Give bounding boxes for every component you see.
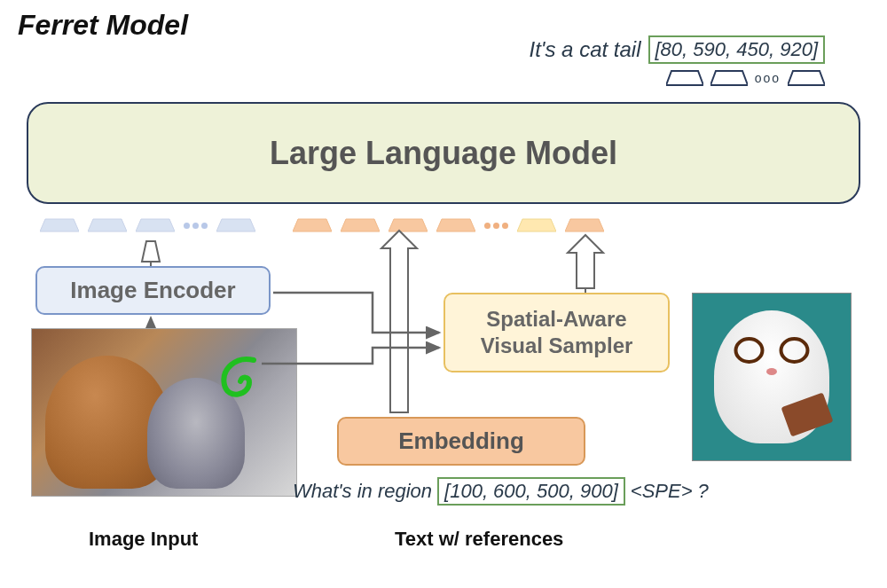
region-scribble-icon — [214, 351, 267, 404]
llm-label: Large Language Model — [270, 135, 617, 172]
token-icon — [136, 217, 175, 233]
visual-sampler-block: Spatial-Aware Visual Sampler — [444, 293, 670, 372]
token-icon — [341, 217, 380, 233]
query-spe-token: <SPE> — [631, 480, 693, 503]
ferret-mascot-image — [692, 293, 852, 461]
sampler-label-line2: Visual Sampler — [481, 333, 633, 359]
svg-marker-2 — [788, 71, 825, 85]
embedding-label: Embedding — [398, 427, 524, 455]
svg-marker-9 — [389, 219, 428, 231]
image-encoder-label: Image Encoder — [70, 277, 235, 304]
svg-marker-11 — [517, 219, 556, 231]
svg-marker-6 — [216, 219, 255, 231]
text-token-row — [293, 217, 604, 233]
ferret-illustration — [714, 310, 829, 443]
token-icon — [666, 69, 703, 87]
output-line: It's a cat tail [80, 590, 450, 920] — [530, 35, 825, 64]
svg-marker-4 — [88, 219, 127, 231]
query-prefix: What's in region — [293, 480, 432, 503]
token-icon — [40, 217, 79, 233]
output-coords: [80, 590, 450, 920] — [648, 35, 826, 64]
token-icon — [216, 217, 255, 233]
ellipsis-icon: ooo — [755, 71, 781, 85]
image-token-row — [40, 217, 255, 233]
svg-marker-0 — [666, 71, 703, 85]
image-input-label: Image Input — [89, 528, 198, 551]
input-query-line: What's in region [100, 600, 500, 900] <S… — [293, 477, 709, 506]
output-token-row: ooo — [666, 69, 825, 87]
diagram-title: Ferret Model — [18, 9, 188, 42]
image-encoder-block: Image Encoder — [35, 266, 271, 315]
svg-marker-12 — [565, 219, 604, 231]
ellipsis-icon — [484, 223, 508, 229]
query-suffix: ? — [698, 480, 709, 503]
svg-marker-3 — [40, 219, 79, 231]
token-icon — [517, 217, 556, 233]
token-icon — [565, 217, 604, 233]
ellipsis-icon — [184, 223, 208, 229]
svg-marker-14 — [381, 231, 417, 412]
svg-marker-1 — [710, 71, 748, 85]
embedding-block: Embedding — [337, 417, 585, 466]
token-icon — [293, 217, 332, 233]
query-coords: [100, 600, 500, 900] — [437, 477, 625, 506]
input-image — [31, 328, 297, 497]
output-text: It's a cat tail — [530, 37, 641, 62]
token-icon — [436, 217, 475, 233]
llm-block: Large Language Model — [27, 102, 860, 204]
svg-marker-13 — [142, 241, 160, 262]
svg-marker-15 — [568, 235, 603, 288]
svg-marker-5 — [136, 219, 175, 231]
svg-marker-10 — [436, 219, 475, 231]
sampler-label-line1: Spatial-Aware — [486, 306, 626, 333]
token-icon — [389, 217, 428, 233]
token-icon — [788, 69, 825, 87]
svg-marker-7 — [293, 219, 332, 231]
svg-marker-8 — [341, 219, 380, 231]
token-icon — [710, 69, 748, 87]
token-icon — [88, 217, 127, 233]
text-reference-label: Text w/ references — [395, 528, 563, 551]
